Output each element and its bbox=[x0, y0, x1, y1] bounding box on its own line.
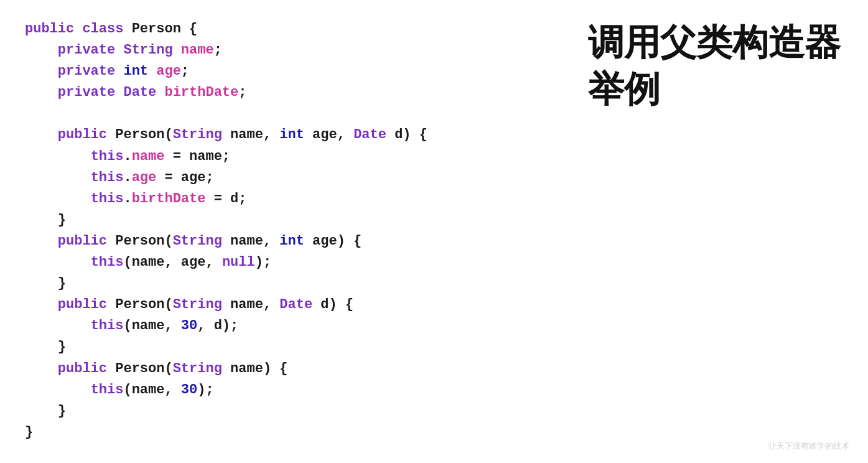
code-token: ); bbox=[255, 255, 271, 270]
code-token: d) { bbox=[386, 127, 427, 143]
code-token: this bbox=[91, 318, 124, 334]
code-token: private bbox=[58, 42, 115, 58]
code-token: ); bbox=[197, 382, 213, 398]
code-token: } bbox=[58, 276, 66, 291]
code-token: ; bbox=[181, 63, 189, 79]
code-token: Person { bbox=[123, 21, 197, 37]
code-line: public Person(String name, int age, Date… bbox=[25, 124, 544, 146]
code-token: String bbox=[123, 42, 172, 58]
code-line: this(name, 30); bbox=[25, 380, 544, 401]
code-token: this bbox=[91, 149, 124, 164]
code-line: this(name, age, null); bbox=[25, 252, 544, 273]
page-title: 调用父类构造器举例 bbox=[588, 19, 849, 113]
code-token: name, bbox=[222, 297, 279, 312]
code-token: public bbox=[58, 297, 107, 312]
code-token bbox=[148, 63, 156, 79]
code-line: this.name = name; bbox=[25, 146, 544, 167]
code-token: . bbox=[123, 149, 131, 164]
code-token: this bbox=[91, 170, 124, 185]
code-token: = age; bbox=[156, 170, 213, 185]
code-token: age bbox=[132, 170, 157, 185]
code-token bbox=[173, 42, 181, 58]
code-token: name bbox=[181, 42, 214, 58]
code-token: this bbox=[91, 255, 124, 270]
code-token: age, bbox=[304, 127, 353, 143]
code-token: String bbox=[173, 361, 222, 376]
code-line: public Person(String name, Date d) { bbox=[25, 294, 544, 316]
code-token: public bbox=[58, 233, 107, 249]
page-container: public class Person { private String nam… bbox=[0, 0, 868, 463]
code-line: public Person(String name, int age) { bbox=[25, 231, 544, 252]
code-token: Person( bbox=[107, 361, 173, 376]
code-line: public Person(String name) { bbox=[25, 358, 544, 380]
code-line: } bbox=[25, 337, 544, 358]
code-token bbox=[156, 85, 164, 100]
code-token: = d; bbox=[205, 191, 246, 207]
code-token: null bbox=[222, 255, 255, 270]
code-token: Person( bbox=[107, 127, 173, 143]
code-token: String bbox=[173, 127, 222, 143]
code-token: Date bbox=[353, 127, 386, 143]
code-token: } bbox=[58, 403, 66, 419]
code-token: , d); bbox=[197, 318, 238, 334]
code-line bbox=[25, 103, 544, 124]
code-token: Person( bbox=[107, 233, 173, 249]
code-section: public class Person { private String nam… bbox=[0, 0, 569, 463]
code-token: String bbox=[173, 233, 222, 249]
watermark: 让天下没有难学的技术 bbox=[768, 441, 849, 452]
code-token: int bbox=[279, 127, 304, 143]
code-token: class bbox=[82, 21, 123, 37]
code-token: name) { bbox=[222, 361, 288, 376]
code-token: } bbox=[58, 212, 66, 228]
code-token: ; bbox=[238, 85, 246, 100]
code-line: } bbox=[25, 401, 544, 422]
code-token: this bbox=[91, 382, 124, 398]
code-token: birthDate bbox=[164, 85, 238, 100]
code-token: birthDate bbox=[132, 191, 206, 207]
code-token bbox=[115, 63, 123, 79]
code-token: this bbox=[91, 191, 124, 207]
code-token: String bbox=[173, 297, 222, 312]
code-line: this.birthDate = d; bbox=[25, 189, 544, 210]
code-token bbox=[115, 42, 123, 58]
code-token bbox=[74, 21, 82, 37]
code-token bbox=[115, 85, 123, 100]
code-line: private String name; bbox=[25, 40, 544, 61]
code-token: name bbox=[132, 149, 165, 164]
code-token: age bbox=[156, 63, 181, 79]
code-token: private bbox=[58, 85, 115, 100]
title-section: 调用父类构造器举例 bbox=[569, 0, 868, 463]
code-token: = name; bbox=[164, 149, 230, 164]
code-token: public bbox=[58, 127, 107, 143]
code-token: d) { bbox=[312, 297, 353, 312]
code-line: private Date birthDate; bbox=[25, 82, 544, 103]
code-token: } bbox=[58, 339, 66, 355]
code-token: . bbox=[123, 170, 131, 185]
code-token: private bbox=[58, 63, 115, 79]
code-token: name, bbox=[222, 233, 279, 249]
code-token: (name, bbox=[123, 318, 180, 334]
code-token: int bbox=[279, 233, 304, 249]
code-token: (name, age, bbox=[123, 255, 222, 270]
code-token: 30 bbox=[181, 382, 197, 398]
code-token: Date bbox=[279, 297, 312, 312]
code-token: ; bbox=[214, 42, 222, 58]
code-token: . bbox=[123, 191, 131, 207]
code-line: public class Person { bbox=[25, 19, 544, 40]
code-token: public bbox=[25, 21, 74, 37]
code-token: age) { bbox=[304, 233, 362, 249]
code-line: } bbox=[25, 422, 544, 443]
code-token: 30 bbox=[181, 318, 197, 334]
code-line: this(name, 30, d); bbox=[25, 316, 544, 337]
code-line: } bbox=[25, 210, 544, 231]
code-token: (name, bbox=[123, 382, 180, 398]
code-line: private int age; bbox=[25, 61, 544, 82]
code-token: int bbox=[123, 63, 148, 79]
code-token: Date bbox=[123, 85, 156, 100]
code-token: Person( bbox=[107, 297, 173, 312]
code-token: } bbox=[25, 424, 33, 440]
code-line: this.age = age; bbox=[25, 167, 544, 189]
code-token: name, bbox=[222, 127, 279, 143]
code-token: public bbox=[58, 361, 107, 376]
code-line: } bbox=[25, 273, 544, 294]
